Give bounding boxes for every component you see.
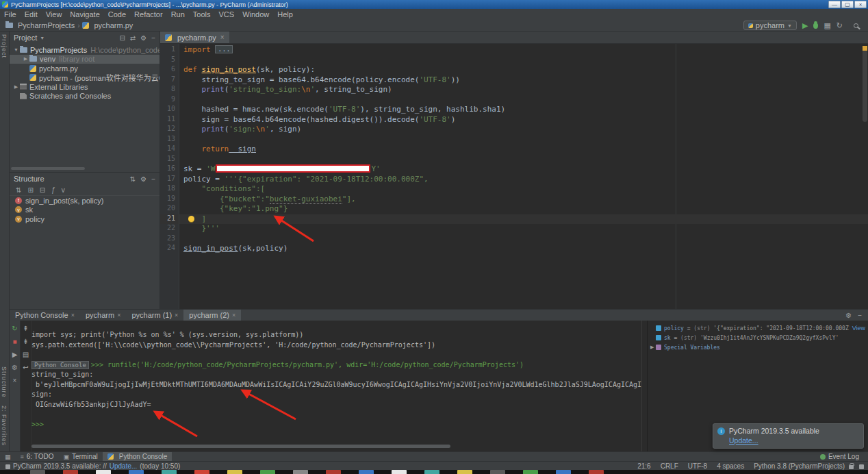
expand-all-icon[interactable]: ⊞ <box>27 186 33 194</box>
structure-item[interactable]: vsk <box>10 205 159 215</box>
console-tab-pycharm-2-[interactable]: pycharm (2)× <box>183 310 241 321</box>
taskbar-app-icon[interactable] <box>30 470 45 474</box>
soft-wrap-icon[interactable]: ↩ <box>23 364 28 371</box>
close-icon[interactable]: × <box>220 34 225 41</box>
taskbar-app-icon[interactable] <box>96 470 111 474</box>
console-tab-pycharm-1-[interactable]: pycharm (1)× <box>126 310 183 321</box>
chevron-icon[interactable]: ▶ <box>22 56 29 62</box>
code-line-13[interactable] <box>179 135 868 145</box>
structure-item[interactable]: vpolicy <box>10 214 159 224</box>
hide-panel-icon[interactable]: − <box>858 312 862 319</box>
code-line-15[interactable] <box>179 155 868 165</box>
project-tree-row[interactable]: ▼PycharmProjectsH:\code\python_code\Pych… <box>10 45 159 55</box>
project-tree-row[interactable]: ▶venvlibrary root <box>10 55 159 64</box>
code-line-17[interactable]: policy = '''{"expiration": "2021-09-18T1… <box>179 175 868 185</box>
menu-item-window[interactable]: Window <box>238 9 273 20</box>
menu-item-vcs[interactable]: VCS <box>215 9 239 20</box>
chevron-icon[interactable]: ▼ <box>12 47 20 52</box>
settings-icon[interactable]: ⚙ <box>12 364 18 371</box>
project-tree-row[interactable]: pycharm.py <box>10 64 159 73</box>
inspection-stripe-mark[interactable] <box>863 46 867 51</box>
project-panel-title[interactable]: Project <box>14 34 37 42</box>
rerun-icon[interactable]: ↻ <box>12 325 17 332</box>
code-line-8[interactable]: print('string_to_sign:\n', string_to_sig… <box>179 85 868 95</box>
status-4-spaces[interactable]: 4 spaces <box>717 462 744 470</box>
console-output[interactable]: import sys; print('Python %s on %s' % (s… <box>31 321 641 451</box>
run-configuration-select[interactable]: pycharm ▼ <box>743 21 797 30</box>
menu-item-navigate[interactable]: Navigate <box>66 9 103 20</box>
taskbar-app-icon[interactable] <box>359 470 374 474</box>
console-horizontal-scrollbar[interactable] <box>31 445 450 448</box>
settings-icon[interactable]: ⚙ <box>845 312 852 319</box>
taskbar-app-icon[interactable] <box>556 470 571 474</box>
update-notification[interactable]: i PyCharm 2019.3.5 available Update... <box>713 423 864 449</box>
code-line-7[interactable]: string_to_sign = base64.b64encode(policy… <box>179 75 868 86</box>
code-line-1[interactable]: import ... <box>179 45 868 55</box>
indicator-icon[interactable] <box>859 464 864 469</box>
show-variables-icon[interactable]: v <box>62 186 65 194</box>
menu-item-code[interactable]: Code <box>104 9 130 20</box>
breadcrumb-item-pycharm-py[interactable]: pycharm.py <box>82 21 133 29</box>
structure-item[interactable]: fsign_in_post(sk, policy) <box>10 196 159 205</box>
close-button[interactable]: × <box>854 1 867 8</box>
editor-tab-pycharm-py[interactable]: pycharm.py × <box>160 32 229 43</box>
chevron-icon[interactable]: ▶ <box>650 345 656 350</box>
menu-item-file[interactable]: File <box>0 9 21 20</box>
collapse-all-icon[interactable]: ⊟ <box>119 34 125 42</box>
console-tab-python-console[interactable]: Python Console× <box>10 310 80 321</box>
code-line-18[interactable]: "conditions":[ <box>179 184 868 195</box>
history-up-icon[interactable]: ⇞ <box>23 325 28 332</box>
close-icon[interactable]: × <box>117 312 120 319</box>
sort-icon[interactable]: ⇅ <box>130 175 136 183</box>
taskbar-app-icon[interactable] <box>260 470 275 474</box>
sort-alpha-icon[interactable]: ⇅ <box>16 186 21 194</box>
structure-panel-title[interactable]: Structure <box>14 175 44 183</box>
toolwindow-button-project[interactable]: Project <box>1 34 9 58</box>
search-everywhere-icon[interactable] <box>854 23 858 28</box>
variables-row-sk[interactable]: sk = (str) 'Wzzu0Ihj1it4AnJYcYSNPKuPCDZa… <box>648 333 868 342</box>
chevron-down-icon[interactable]: ▼ <box>40 36 44 40</box>
project-tree-row[interactable]: ▶External Libraries <box>10 82 159 92</box>
code-line-24[interactable]: sign_in_post(sk,policy) <box>179 244 868 254</box>
show-functions-icon[interactable]: ƒ <box>51 186 55 194</box>
taskbar-app-icon[interactable] <box>424 470 439 474</box>
menu-item-help[interactable]: Help <box>273 9 297 20</box>
variables-row-special-variables[interactable]: ▶Special Variables <box>648 342 868 352</box>
hide-panel-icon[interactable]: − <box>151 175 155 183</box>
minimize-button[interactable]: — <box>828 1 841 8</box>
toolwindow-button-switcher[interactable]: ▦ <box>0 452 16 461</box>
taskbar-app-icon[interactable] <box>490 470 505 474</box>
code-line-14[interactable]: return sign <box>179 145 868 155</box>
code-line-16[interactable]: sk = 'WY' <box>179 164 868 175</box>
taskbar-app-icon[interactable] <box>326 470 341 474</box>
code-line-11[interactable]: sign = base64.b64encode(hashed.digest())… <box>179 115 868 125</box>
view-link[interactable]: View <box>850 325 865 332</box>
code-line-9[interactable] <box>179 95 868 105</box>
code-line-22[interactable]: }''' <box>179 224 868 234</box>
status-21-6[interactable]: 21:6 <box>637 462 650 470</box>
menu-item-refactor[interactable]: Refactor <box>130 9 167 20</box>
breadcrumb-item-pycharmprojects[interactable]: PycharmProjects <box>5 21 75 29</box>
console-tab-pycharm[interactable]: pycharm× <box>80 310 126 321</box>
code-line-21[interactable]: ] <box>179 214 868 225</box>
status-utf-8[interactable]: UTF-8 <box>688 462 707 470</box>
close-icon[interactable]: × <box>232 312 235 319</box>
code-line-20[interactable]: {"key":"1.png"} <box>179 204 868 214</box>
close-icon[interactable]: × <box>71 312 75 319</box>
menu-item-tools[interactable]: Tools <box>189 9 215 20</box>
taskbar-app-icon[interactable] <box>457 470 472 474</box>
toolwindow-button-event-log[interactable]: Event Log <box>815 452 864 461</box>
toolwindow-button-terminal[interactable]: ▣Terminal <box>58 452 102 461</box>
restart-button[interactable]: ↻ <box>837 22 843 29</box>
taskbar-app-icon[interactable] <box>194 470 209 474</box>
taskbar-app-icon[interactable] <box>392 470 407 474</box>
code-line-19[interactable]: {"bucket":"bucket-guxiaobei"], <box>179 195 868 205</box>
close-icon[interactable]: × <box>13 377 17 384</box>
debug-button[interactable] <box>813 23 818 29</box>
lock-icon[interactable] <box>849 465 854 469</box>
taskbar-app-icon[interactable] <box>523 470 538 474</box>
scroll-end-icon[interactable]: ⇟ <box>23 338 28 345</box>
taskbar-app-icon[interactable] <box>589 470 604 474</box>
chevron-icon[interactable]: ▶ <box>12 84 20 90</box>
toolwindow-button-favorites[interactable]: 2: Favorites <box>1 406 9 446</box>
